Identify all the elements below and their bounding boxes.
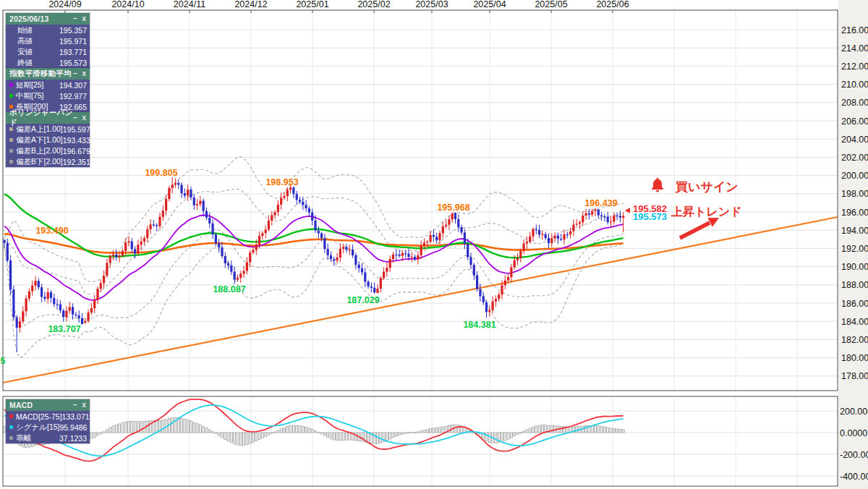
panel-header: 2025/06/13 – x bbox=[6, 13, 90, 25]
uptrend-arrow-icon[interactable] bbox=[677, 214, 723, 243]
macd-panel: MACD – x MACD[25-75]133.0719 シグナル[15]95.… bbox=[6, 399, 90, 443]
svg-text:2024/11: 2024/11 bbox=[174, 0, 205, 9]
svg-text:2025/04: 2025/04 bbox=[473, 0, 506, 9]
series-color-icon bbox=[9, 83, 13, 87]
row-value: 196.679 bbox=[63, 147, 90, 156]
table-row: 始値195.357 bbox=[6, 25, 90, 35]
series-color-icon bbox=[9, 425, 13, 429]
minimize-button[interactable]: – bbox=[73, 68, 77, 80]
row-value: 193.771 bbox=[59, 48, 87, 56]
price-annotation: 198.953 bbox=[265, 177, 298, 187]
row-label: 偏差A下[1.00] bbox=[16, 135, 63, 145]
close-button[interactable]: x bbox=[82, 112, 86, 124]
svg-text:194.000: 194.000 bbox=[841, 226, 868, 236]
table-row: 偏差B下[2.00]192.351 bbox=[6, 156, 90, 167]
price-annotation: 193.490 bbox=[35, 226, 68, 236]
svg-text:212.000: 212.000 bbox=[841, 61, 868, 72]
panel-header: ボリンジャーバンド – x bbox=[6, 112, 90, 124]
svg-text:188.000: 188.000 bbox=[841, 280, 868, 290]
price-annotation: 184.381 bbox=[463, 320, 495, 330]
row-value: 133.0719 bbox=[62, 412, 94, 421]
row-value: 194.307 bbox=[59, 81, 87, 90]
ohlc-panel: 2025/06/13 – x 始値195.357 高値195.971 安値193… bbox=[6, 13, 90, 68]
svg-text:2025/03: 2025/03 bbox=[415, 0, 448, 9]
panel-title: 2025/06/13 bbox=[9, 14, 49, 23]
close-button[interactable]: x bbox=[82, 13, 86, 25]
current-price-lower: 195.573 bbox=[633, 211, 667, 222]
minimize-button[interactable]: – bbox=[73, 13, 77, 25]
chart-window: 2024/092024/102024/112024/122025/012025/… bbox=[0, 0, 868, 489]
svg-text:184.000: 184.000 bbox=[841, 317, 868, 327]
svg-text:182.000: 182.000 bbox=[841, 335, 868, 345]
minimize-button[interactable]: – bbox=[73, 112, 77, 124]
series-color-icon bbox=[9, 138, 13, 142]
table-row: 偏差A下[1.00]193.433 bbox=[6, 135, 90, 145]
table-row: 終値195.573 bbox=[6, 57, 90, 68]
svg-text:180.000: 180.000 bbox=[841, 353, 868, 363]
table-row: 偏差A上[1.00]195.597 bbox=[6, 124, 90, 135]
row-value: 192.977 bbox=[59, 92, 87, 101]
price-marker-icon bbox=[625, 208, 630, 213]
svg-text:210.000: 210.000 bbox=[841, 80, 868, 90]
table-row: 中期[75]192.977 bbox=[6, 90, 90, 101]
ema-panel: 指数平滑移動平均 – x 短期[25]194.307 中期[75]192.977… bbox=[6, 68, 90, 112]
series-color-icon bbox=[9, 127, 13, 131]
price-annotation: 196.439 bbox=[584, 198, 617, 208]
svg-text:186.000: 186.000 bbox=[841, 299, 868, 309]
table-row: 偏差B上[2.00]196.679 bbox=[6, 145, 90, 156]
table-row: シグナル[15]95.9486 bbox=[6, 422, 90, 433]
price-annotation: 188.087 bbox=[213, 284, 245, 294]
svg-text:204.000: 204.000 bbox=[841, 135, 868, 145]
price-annotation: 5 bbox=[1, 356, 6, 366]
svg-text:2025/01: 2025/01 bbox=[296, 0, 328, 9]
bell-icon[interactable] bbox=[649, 177, 666, 194]
svg-text:-200.0000: -200.0000 bbox=[840, 450, 868, 460]
svg-text:0.0000: 0.0000 bbox=[840, 428, 867, 438]
series-color-icon bbox=[9, 436, 13, 440]
svg-text:2024/12: 2024/12 bbox=[234, 0, 267, 9]
row-value: 37.1233 bbox=[59, 434, 87, 443]
close-button[interactable]: x bbox=[82, 399, 86, 411]
svg-text:2024/09: 2024/09 bbox=[48, 0, 81, 9]
row-label: 終値 bbox=[17, 58, 33, 68]
panel-title: 指数平滑移動平均 bbox=[9, 69, 72, 79]
row-value: 192.351 bbox=[63, 158, 90, 166]
row-value: 195.971 bbox=[59, 37, 87, 46]
row-label: 乖離 bbox=[16, 433, 31, 443]
price-annotation: 199.805 bbox=[145, 168, 177, 178]
panel-header: MACD – x bbox=[6, 399, 90, 411]
price-annotation: 195.968 bbox=[437, 203, 469, 213]
row-label: 高値 bbox=[17, 36, 33, 46]
buy-signal-label[interactable]: 買いサイン bbox=[676, 179, 739, 195]
table-row: 安値193.771 bbox=[6, 46, 90, 57]
svg-text:2025/06: 2025/06 bbox=[596, 0, 629, 9]
svg-text:200.0000: 200.0000 bbox=[840, 407, 868, 417]
svg-text:178.000: 178.000 bbox=[841, 371, 868, 381]
series-color-icon bbox=[9, 414, 13, 418]
row-value: 195.597 bbox=[63, 125, 90, 134]
svg-text:208.000: 208.000 bbox=[841, 98, 868, 108]
svg-text:216.000: 216.000 bbox=[841, 25, 868, 35]
row-value: 195.573 bbox=[59, 59, 87, 67]
row-label: 偏差A上[1.00] bbox=[16, 124, 63, 135]
svg-text:2024/10: 2024/10 bbox=[111, 0, 144, 9]
svg-text:192.000: 192.000 bbox=[841, 244, 868, 254]
bollinger-panel: ボリンジャーバンド – x 偏差A上[1.00]195.597 偏差A下[1.0… bbox=[6, 112, 90, 167]
svg-text:202.000: 202.000 bbox=[841, 153, 868, 163]
svg-text:200.000: 200.000 bbox=[841, 171, 868, 181]
series-color-icon bbox=[9, 160, 13, 163]
minimize-button[interactable]: – bbox=[73, 399, 77, 411]
svg-text:2025/05: 2025/05 bbox=[535, 0, 567, 9]
row-value: 95.9486 bbox=[60, 423, 88, 432]
chart-canvas[interactable]: 2024/092024/102024/112024/122025/012025/… bbox=[0, 0, 868, 489]
svg-text:2025/02: 2025/02 bbox=[357, 0, 390, 9]
panel-title: MACD bbox=[9, 401, 33, 409]
table-row: 乖離37.1233 bbox=[6, 433, 90, 443]
table-row: 短期[25]194.307 bbox=[6, 80, 90, 90]
row-label: シグナル[15] bbox=[16, 422, 60, 433]
svg-text:206.000: 206.000 bbox=[841, 116, 868, 127]
svg-text:198.000: 198.000 bbox=[841, 189, 868, 199]
close-button[interactable]: x bbox=[82, 68, 86, 80]
row-label: 短期[25] bbox=[16, 80, 44, 90]
table-row: 高値195.971 bbox=[6, 35, 90, 46]
